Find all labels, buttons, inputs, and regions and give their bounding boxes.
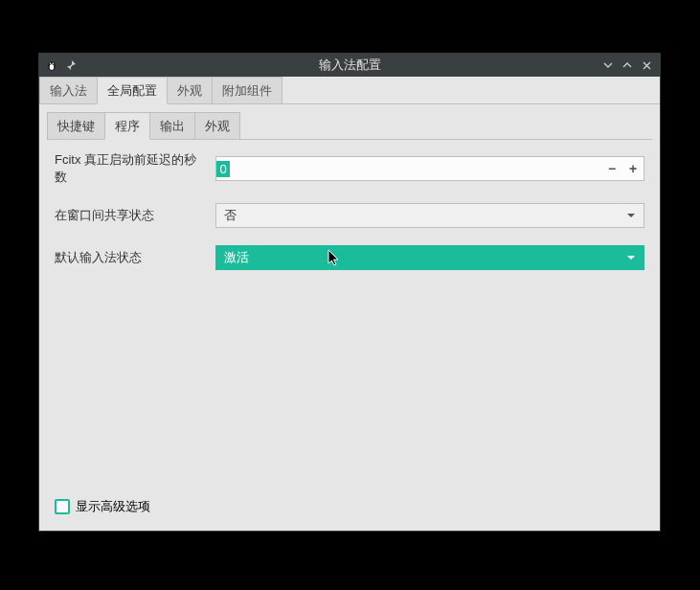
tab-appearance[interactable]: 外观 xyxy=(167,77,213,103)
checkbox-advanced-label: 显示高级选项 xyxy=(76,498,150,515)
row-startup-delay: Fcitx 真正启动前延迟的秒数 0 − + xyxy=(55,151,644,186)
select-share-state[interactable]: 否 xyxy=(215,203,644,228)
spin-startup-delay[interactable]: 0 − + xyxy=(215,156,644,181)
row-share-state: 在窗口间共享状态 否 xyxy=(55,203,644,228)
minimize-button[interactable] xyxy=(598,56,618,75)
row-default-state: 默认输入法状态 激活 xyxy=(55,245,644,270)
subtab-hotkey[interactable]: 快捷键 xyxy=(47,112,105,139)
config-window: 输入法配置 输入法 全局配置 外观 附加组件 快捷键 程序 输出 外观 xyxy=(38,53,661,532)
app-icon xyxy=(45,58,58,72)
subtab-output[interactable]: 输出 xyxy=(149,112,195,139)
tab-input-method[interactable]: 输入法 xyxy=(39,77,98,103)
select-default-state[interactable]: 激活 xyxy=(215,245,644,270)
chevron-down-icon xyxy=(626,251,636,265)
select-value: 否 xyxy=(224,207,237,224)
titlebar: 输入法配置 xyxy=(39,54,660,77)
chevron-down-icon xyxy=(626,209,636,223)
tab-addons[interactable]: 附加组件 xyxy=(212,77,282,103)
maximize-button[interactable] xyxy=(618,56,637,75)
subtab-program[interactable]: 程序 xyxy=(104,112,150,140)
label-share-state: 在窗口间共享状态 xyxy=(55,207,208,224)
label-startup-delay: Fcitx 真正启动前延迟的秒数 xyxy=(55,151,208,186)
form-area: Fcitx 真正启动前延迟的秒数 0 − + 在窗口间共享状态 否 xyxy=(47,140,652,490)
svg-point-4 xyxy=(51,64,53,65)
tab-global-config[interactable]: 全局配置 xyxy=(97,77,168,104)
footer: 显示高级选项 xyxy=(47,490,652,523)
label-default-state: 默认输入法状态 xyxy=(55,249,208,266)
checkbox-advanced[interactable] xyxy=(55,499,70,514)
svg-point-3 xyxy=(53,63,54,64)
select-value: 激活 xyxy=(224,249,249,266)
window-title: 输入法配置 xyxy=(39,57,660,74)
svg-point-2 xyxy=(50,63,51,64)
close-button[interactable] xyxy=(637,56,656,75)
sub-tabbar: 快捷键 程序 输出 外观 xyxy=(47,112,652,140)
pin-icon[interactable] xyxy=(64,58,78,72)
content-area: 快捷键 程序 输出 外观 Fcitx 真正启动前延迟的秒数 0 − + 在窗口间… xyxy=(39,104,660,531)
spin-increment[interactable]: + xyxy=(622,161,644,176)
spin-value: 0 xyxy=(216,161,230,177)
main-tabbar: 输入法 全局配置 外观 附加组件 xyxy=(39,77,660,104)
spin-decrement[interactable]: − xyxy=(601,161,622,176)
subtab-appearance-sub[interactable]: 外观 xyxy=(194,112,240,139)
